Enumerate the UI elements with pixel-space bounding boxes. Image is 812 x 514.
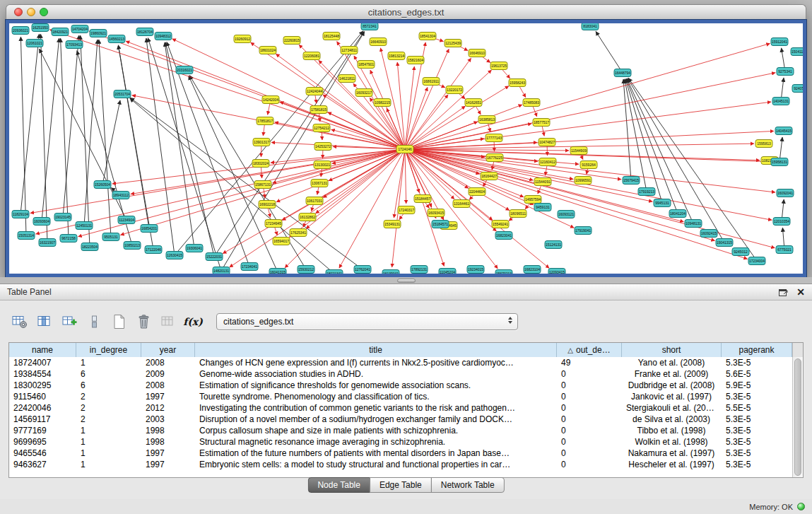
graph-edge[interactable] xyxy=(99,40,111,237)
graph-node[interactable]: 1724046 xyxy=(396,146,413,153)
graph-node[interactable]: 10850213 xyxy=(124,242,141,250)
table-cell[interactable]: 9699695 xyxy=(9,437,76,447)
graph-edge[interactable] xyxy=(405,43,770,149)
graph-node[interactable]: 13130021 xyxy=(314,161,331,169)
table-cell[interactable]: 49 xyxy=(557,358,622,368)
table-cell[interactable]: Changes of HCN gene expression and I(f) … xyxy=(195,358,557,368)
graph-node[interactable]: 10982215 xyxy=(374,99,391,107)
graph-node[interactable]: 8572341 xyxy=(361,23,378,30)
close-panel-icon[interactable]: ✕ xyxy=(796,287,805,297)
graph-node[interactable]: 18125448 xyxy=(323,33,340,40)
table-row[interactable]: 969969511998Structural magnetic resonanc… xyxy=(9,436,792,448)
graph-node[interactable]: 14242004 xyxy=(262,96,279,104)
table-cell[interactable]: 0 xyxy=(557,403,622,413)
table-row[interactable]: 946362711997Embryonic stem cells: a mode… xyxy=(9,459,792,470)
graph-node[interactable]: 15222031 xyxy=(206,253,223,261)
graph-node[interactable]: 15124131 xyxy=(545,241,562,249)
graph-node[interactable]: 19306041 xyxy=(186,245,203,252)
graph-edge[interactable] xyxy=(276,149,405,202)
graph-node[interactable]: 12010354 xyxy=(773,218,790,226)
table-cell[interactable]: 1997 xyxy=(141,392,195,402)
graph-node[interactable]: 15349131 xyxy=(384,221,401,228)
table-cell[interactable]: 19384554 xyxy=(9,369,76,379)
graph-node[interactable]: 16861911 xyxy=(423,78,440,86)
table-cell[interactable]: 2 xyxy=(76,392,141,402)
graph-node[interactable]: 9240512 xyxy=(792,85,803,93)
graph-node[interactable]: 13220172 xyxy=(446,86,463,94)
graph-node[interactable]: 14957594 xyxy=(524,196,541,204)
table-cell[interactable]: 1997 xyxy=(141,448,195,458)
graph-node[interactable]: 17093413 xyxy=(66,41,83,49)
graph-edge[interactable] xyxy=(84,40,98,226)
graph-node[interactable]: 18577517 xyxy=(533,119,550,127)
graph-node[interactable]: 15260504 xyxy=(94,181,111,189)
graph-edge[interactable] xyxy=(315,149,405,214)
graph-edge[interactable] xyxy=(405,149,652,201)
table-cell[interactable]: Structural magnetic resonance image aver… xyxy=(195,437,557,447)
table-cell[interactable]: 6 xyxy=(76,380,141,390)
graph-node[interactable]: 12450131 xyxy=(76,222,93,230)
graph-node[interactable]: 16385813 xyxy=(478,116,495,124)
graph-node[interactable]: 17625341 xyxy=(290,229,307,237)
graph-node[interactable]: 10948312 xyxy=(155,33,172,40)
table-cell[interactable]: Estimation of the future numbers of pati… xyxy=(195,448,557,458)
graph-node[interactable]: 16093415 xyxy=(428,209,445,217)
graph-node[interactable]: 15679415 xyxy=(623,177,640,185)
table-cell[interactable]: 0 xyxy=(557,448,622,458)
table-row[interactable]: 1456911722003Disruption of a novel membe… xyxy=(9,414,792,425)
graph-node[interactable]: 14820131 xyxy=(213,267,230,274)
close-window-button[interactable] xyxy=(14,8,23,16)
graph-edge[interactable] xyxy=(628,78,724,243)
panel-splitter[interactable] xyxy=(0,277,812,284)
graph-edge[interactable] xyxy=(299,45,405,149)
graph-node[interactable]: 17581815 xyxy=(310,106,327,114)
show-columns-button[interactable] xyxy=(35,313,54,331)
graph-node[interactable]: 14162651 xyxy=(465,99,482,107)
graph-node[interactable]: 19041315 xyxy=(716,239,733,247)
table-cell[interactable]: 0 xyxy=(557,414,622,424)
graph-node[interactable]: 16823041 xyxy=(495,232,512,240)
graph-node[interactable]: 15867131 xyxy=(254,181,271,189)
graph-edge[interactable] xyxy=(405,58,471,149)
window-titlebar[interactable]: citations_edges.txt xyxy=(6,4,806,20)
graph-node[interactable]: 12734811 xyxy=(341,47,358,54)
table-cell[interactable]: 9465546 xyxy=(9,448,76,458)
graph-node[interactable]: 20316021 xyxy=(176,66,193,74)
graph-node[interactable]: 12206081 xyxy=(303,52,320,60)
table-cell[interactable]: Jankovic et al. (1997) xyxy=(622,392,722,402)
table-cell[interactable]: Wolkin et al. (1998) xyxy=(622,437,722,447)
table-cell[interactable]: 9463627 xyxy=(9,460,76,469)
network-canvas[interactable]: 1724046185413041212543916646910196137251… xyxy=(9,23,803,274)
table-cell[interactable]: 5.3E-5 xyxy=(722,358,792,368)
float-panel-icon[interactable] xyxy=(778,288,788,297)
table-row[interactable]: 1872400712008Changes of HCN gene express… xyxy=(9,357,792,368)
graph-node[interactable]: 18547901 xyxy=(358,61,375,69)
table-cell[interactable]: 2 xyxy=(76,414,141,424)
graph-node[interactable]: 18126704 xyxy=(136,28,153,36)
graph-node[interactable]: 19023145 xyxy=(54,214,71,221)
graph-node[interactable]: 15821604 xyxy=(407,57,424,64)
graph-node[interactable]: 18021341 xyxy=(326,270,343,274)
column-header-year[interactable]: year xyxy=(141,343,195,357)
graph-node[interactable]: 15670213 xyxy=(495,270,512,274)
table-cell[interactable]: 1 xyxy=(76,460,141,469)
graph-node[interactable]: 22260815 xyxy=(283,37,300,45)
graph-node[interactable]: 17234004 xyxy=(748,257,765,265)
table-cell[interactable]: 1 xyxy=(76,448,141,458)
graph-node[interactable]: 11829104 xyxy=(12,211,29,218)
graph-edge[interactable] xyxy=(63,35,79,217)
table-cell[interactable]: 9115460 xyxy=(9,392,76,402)
graph-node[interactable]: 12424044 xyxy=(306,88,323,95)
graph-node[interactable]: 15051314 xyxy=(18,232,35,240)
table-cell[interactable]: 0 xyxy=(557,437,622,447)
table-cell[interactable]: 1 xyxy=(76,426,141,436)
table-cell[interactable]: 5.3E-5 xyxy=(722,426,792,436)
table-row[interactable]: 911546021997Tourette syndrome. Phenomeno… xyxy=(9,391,792,402)
graph-node[interactable]: 13164461 xyxy=(453,200,470,208)
table-row[interactable]: 946554611997Estimation of the future num… xyxy=(9,448,792,459)
graph-node[interactable]: 17485083 xyxy=(523,99,540,107)
table-cell[interactable]: 2008 xyxy=(141,380,195,390)
graph-node[interactable]: 19234015 xyxy=(467,266,484,274)
graph-node[interactable]: 17892131 xyxy=(411,266,428,274)
graph-node[interactable]: 15041131 xyxy=(791,48,803,56)
